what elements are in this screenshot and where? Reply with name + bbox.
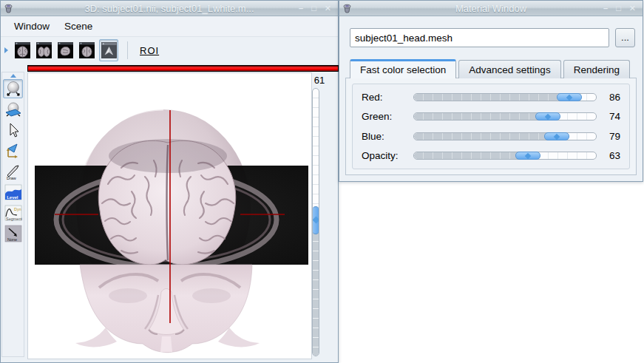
- green-label: Green:: [362, 111, 413, 122]
- color-sliders-group: Red: 86 Green: 74 Blue:: [352, 84, 630, 169]
- slice-slider-handle[interactable]: [313, 206, 319, 234]
- toolbar-handle-icon: [10, 74, 16, 78]
- close-icon[interactable]: ✕: [629, 1, 636, 16]
- minimize-icon[interactable]: –: [299, 1, 303, 16]
- blue-label: Blue:: [362, 131, 413, 142]
- brain-scene: [28, 73, 311, 359]
- slider-handle[interactable]: [557, 93, 582, 101]
- minimize-icon[interactable]: –: [603, 1, 608, 16]
- red-label: Red:: [362, 92, 413, 103]
- coronal-view-button[interactable]: [35, 40, 52, 61]
- selection-pointer-button[interactable]: [3, 121, 23, 140]
- maximize-icon[interactable]: □: [311, 1, 316, 16]
- viewer-tool-column: Draw Level Dyn Segment: [1, 72, 24, 357]
- mesh-name-input[interactable]: [350, 28, 609, 47]
- red-slider-row: Red: 86: [362, 88, 620, 106]
- maximize-icon[interactable]: □: [616, 1, 621, 16]
- roi-button[interactable]: ROI: [135, 44, 163, 58]
- material-window-title: Material Window: [339, 3, 643, 14]
- green-slider-row: Green: 74: [362, 108, 620, 126]
- menu-window[interactable]: Window: [7, 18, 57, 34]
- close-icon[interactable]: ✕: [325, 1, 331, 16]
- axial-view-button[interactable]: [13, 40, 31, 61]
- menu-scene[interactable]: Scene: [57, 18, 100, 34]
- viewer-menubar: Window Scene: [1, 16, 338, 37]
- sagittal-view-icon: [58, 41, 73, 59]
- green-slider[interactable]: [413, 112, 596, 121]
- viewer-window: 3D: subject01.nii, subject01_Lwhite.m...…: [0, 0, 339, 363]
- three-d-view-icon: [101, 41, 117, 59]
- none-tool-icon: None: [4, 225, 22, 242]
- slider-handle[interactable]: [535, 112, 560, 121]
- oblique-view-button[interactable]: [78, 40, 95, 61]
- opacity-slider-row: Opacity: 63: [362, 147, 620, 165]
- slice-slider-value: 61: [311, 75, 328, 86]
- level-tool-icon: Level: [4, 183, 22, 201]
- oblique-view-icon: [79, 41, 95, 59]
- level-tool-button[interactable]: Level: [3, 183, 23, 202]
- viewer-window-title: 3D: subject01.nii, subject01_Lwhite.m...: [1, 3, 338, 14]
- material-window: Material Window – □ ✕ ... Fast color sel…: [339, 0, 643, 182]
- opacity-value: 63: [597, 150, 620, 161]
- trackball-rotate-button[interactable]: [3, 79, 23, 98]
- svg-text:Level: Level: [7, 195, 18, 200]
- green-value: 74: [597, 111, 620, 122]
- tab-rendering[interactable]: Rendering: [563, 60, 630, 78]
- red-slider[interactable]: [413, 93, 596, 101]
- flight-move-button[interactable]: [3, 141, 23, 160]
- none-tool-button[interactable]: None: [3, 224, 23, 243]
- svg-text:Draw: Draw: [7, 176, 16, 180]
- selection-pointer-icon: [4, 121, 22, 139]
- slice-rotate-button[interactable]: [3, 100, 23, 119]
- sagittal-view-button[interactable]: [56, 40, 74, 61]
- three-d-view-button[interactable]: [99, 39, 118, 61]
- slice-slider-fill: [313, 232, 319, 356]
- svg-text:None: None: [7, 237, 17, 242]
- opacity-label: Opacity:: [362, 150, 413, 161]
- draw-tool-button[interactable]: Draw: [3, 162, 23, 181]
- palette-colorbar[interactable]: [27, 65, 339, 72]
- tab-advanced-settings[interactable]: Advanced settings: [458, 60, 560, 78]
- anatomist-logo-icon: [3, 3, 14, 14]
- blue-value: 79: [597, 131, 620, 142]
- slice-rotate-icon: [4, 101, 22, 118]
- draw-tool-icon: Draw: [4, 163, 22, 180]
- coronal-view-icon: [36, 41, 52, 59]
- blue-slider-row: Blue: 79: [362, 127, 620, 145]
- fast-color-selection-pane: Red: 86 Green: 74 Blue:: [345, 78, 637, 175]
- dyn-segment-tool-icon: Dyn Segment: [4, 204, 22, 222]
- trackball-rotate-icon: [4, 80, 22, 98]
- slider-fill: [414, 133, 547, 140]
- axial-view-icon: [15, 41, 30, 59]
- viewer-toolbar: ROI: [1, 37, 338, 64]
- slider-fill: [414, 113, 538, 120]
- opacity-slider[interactable]: [413, 152, 596, 160]
- slider-fill: [414, 152, 518, 159]
- anatomist-logo-icon: [342, 3, 353, 14]
- viewer-titlebar[interactable]: 3D: subject01.nii, subject01_Lwhite.m...…: [1, 1, 338, 16]
- head-face: [75, 265, 260, 353]
- tab-fast-color-selection[interactable]: Fast color selection: [350, 59, 456, 78]
- three-d-viewport[interactable]: [27, 72, 312, 359]
- slider-fill: [414, 94, 560, 101]
- toolbar-separator: [127, 41, 128, 59]
- toolbar-handle-icon: [4, 47, 8, 53]
- flight-move-icon: [4, 142, 22, 160]
- desktop: 3D: subject01.nii, subject01_Lwhite.m...…: [0, 0, 644, 363]
- browse-button[interactable]: ...: [615, 28, 635, 47]
- slice-slider[interactable]: [312, 88, 319, 356]
- material-titlebar[interactable]: Material Window – □ ✕: [339, 1, 643, 16]
- slider-handle[interactable]: [515, 152, 540, 160]
- slider-handle[interactable]: [544, 132, 569, 140]
- svg-text:Dyn: Dyn: [14, 207, 21, 211]
- blue-slider[interactable]: [413, 132, 596, 140]
- red-value: 86: [597, 92, 620, 103]
- svg-text:Segment: Segment: [6, 217, 22, 221]
- brain-mesh: [98, 139, 235, 265]
- dyn-segment-tool-button[interactable]: Dyn Segment: [3, 203, 23, 223]
- material-tabs: Fast color selection Advanced settings R…: [350, 59, 632, 78]
